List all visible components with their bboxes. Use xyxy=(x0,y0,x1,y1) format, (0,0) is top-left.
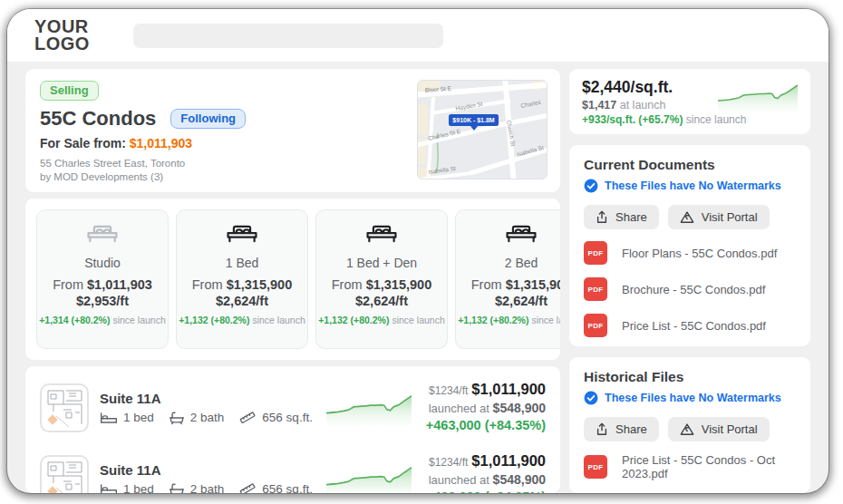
launched-at-label: launched at xyxy=(429,402,489,415)
unit-name: 1 Bed + Den xyxy=(316,256,447,270)
unit-card-1-bed-den[interactable]: 1 Bed + Den From $1,315,900 $2,624/ft +1… xyxy=(315,209,448,349)
unit-name: 2 Bed xyxy=(456,256,560,270)
file-row[interactable]: PDF Price List - 55C Condos.pdf xyxy=(584,309,796,342)
size-spec: 656 sq.ft. xyxy=(238,482,313,493)
suite-launch-price: $548,900 xyxy=(493,401,546,415)
map-thumbnail[interactable]: Bloor St E Hayden St Charles Church St C… xyxy=(417,80,547,179)
file-name: Price List - 55C Condos - Oct 2023.pdf xyxy=(622,453,796,480)
suite-price-sparkline xyxy=(326,390,412,426)
unit-name: 1 Bed xyxy=(177,256,307,270)
visit-portal-button[interactable]: Visit Portal xyxy=(668,205,770,229)
file-list: PDF Floor Plans - 55C Condos.pdf PDF Bro… xyxy=(584,237,796,342)
unit-change: +1,314 (+80.2%) xyxy=(39,315,110,325)
unit-types-panel: Studio From $1,011,903 $2,953/ft +1,314 … xyxy=(25,199,560,360)
following-button[interactable]: Following xyxy=(170,109,246,129)
floor-plan-thumbnail[interactable] xyxy=(40,455,89,494)
search-input[interactable] xyxy=(133,24,443,48)
unit-change: +1,132 (+80.2%) xyxy=(458,315,528,325)
suite-launch-price: $548,900 xyxy=(493,472,546,487)
file-name: Brochure - 55C Condos.pdf xyxy=(622,283,765,296)
pdf-icon: PDF xyxy=(584,277,607,301)
unit-price: $1,315,900 xyxy=(506,277,560,292)
drive-icon xyxy=(680,210,694,224)
floor-plan-thumbnail[interactable] xyxy=(40,383,89,432)
unit-types-row: Studio From $1,011,903 $2,953/ft +1,314 … xyxy=(36,209,549,349)
unit-card-2-bed[interactable]: 2 Bed From $1,315,900 $2,624/ft +1,132 (… xyxy=(455,209,560,349)
file-row[interactable]: PDF Brochure - 55C Condos.pdf xyxy=(584,273,796,305)
historical-files-card: Historical Files These Files have No Wat… xyxy=(569,357,810,493)
unit-card-1-bed[interactable]: 1 Bed From $1,315,900 $2,624/ft +1,132 (… xyxy=(176,209,308,349)
beds-value: 1 bed xyxy=(123,482,154,493)
suite-name: Suite 11A xyxy=(100,462,315,478)
unit-price: $1,011,903 xyxy=(87,277,152,292)
section-title: Historical Files xyxy=(584,369,796,385)
file-name: Floor Plans - 55C Condos.pdf xyxy=(622,247,777,260)
since-launch-label: since launch xyxy=(392,315,444,325)
left-column: Selling 55C Condos Following For Sale fr… xyxy=(25,69,560,493)
visit-portal-label: Visit Portal xyxy=(702,210,758,224)
suite-price-block: $1234/ft$1,011,900 launched at $548,900 … xyxy=(426,452,546,493)
suite-row[interactable]: Suite 11A 1 bed xyxy=(34,372,551,443)
launch-price: $1,417 xyxy=(582,99,616,111)
file-list: PDF Price List - 55C Condos - Oct 2023.p… xyxy=(584,449,796,493)
suite-current-price: $1,011,900 xyxy=(471,452,546,469)
from-label: From xyxy=(53,277,83,292)
size-value: 656 sq.ft. xyxy=(262,411,313,424)
suite-row[interactable]: Suite 11A 1 bed xyxy=(34,443,551,493)
watermark-note: These Files have No Watermarks xyxy=(605,179,781,192)
share-button[interactable]: Share xyxy=(584,205,659,229)
price-change: +933/sq.ft. (+65.7%) xyxy=(582,113,683,126)
ruler-icon xyxy=(238,411,257,424)
bed-icon xyxy=(100,482,118,493)
file-row[interactable]: PDF Floor Plans - 55C Condos.pdf xyxy=(584,237,796,269)
page-title: 55C Condos xyxy=(40,107,156,131)
since-launch-label: since launch xyxy=(252,315,305,325)
unit-change: +1,132 (+80.2%) xyxy=(179,315,249,325)
unit-price-per-ft: $2,624/ft xyxy=(316,294,447,308)
unit-price-per-ft: $2,624/ft xyxy=(456,294,560,308)
top-bar: YOUR LOGO xyxy=(7,9,828,62)
app-window: YOUR LOGO Selling 55C Condos Following F… xyxy=(7,9,828,493)
from-label: From xyxy=(332,277,363,292)
share-icon xyxy=(596,210,608,224)
drive-icon xyxy=(680,422,694,436)
price-summary-card: $2,440/sq.ft. $1,417 at launch +933/sq.f… xyxy=(569,69,810,134)
size-spec: 656 sq.ft. xyxy=(238,411,313,424)
visit-portal-label: Visit Portal xyxy=(702,422,758,436)
unit-change: +1,132 (+80.2%) xyxy=(318,315,389,325)
bed-icon xyxy=(100,411,118,424)
brand-logo: YOUR LOGO xyxy=(34,18,90,53)
suite-info: Suite 11A 1 bed xyxy=(100,391,315,425)
suite-price-change: +463,000 (+84.35%) xyxy=(426,417,546,434)
unit-price: $1,315,900 xyxy=(366,277,432,292)
share-label: Share xyxy=(615,210,647,224)
unit-card-studio[interactable]: Studio From $1,011,903 $2,953/ft +1,314 … xyxy=(36,209,169,349)
pdf-icon: PDF xyxy=(584,314,607,337)
bath-icon xyxy=(169,482,185,494)
suite-name: Suite 11A xyxy=(100,391,315,406)
visit-portal-button[interactable]: Visit Portal xyxy=(668,417,770,441)
bed-icon xyxy=(84,221,121,247)
baths-value: 2 bath xyxy=(190,482,225,493)
sale-from-price: $1,011,903 xyxy=(130,136,192,150)
verified-check-icon xyxy=(584,179,598,193)
beds-value: 1 bed xyxy=(123,411,154,424)
svg-text:$910K - $1.8M: $910K - $1.8M xyxy=(452,117,494,124)
at-launch-label: at launch xyxy=(620,99,666,111)
bath-icon xyxy=(169,411,185,425)
price-sparkline xyxy=(718,80,798,112)
beds-spec: 1 bed xyxy=(100,482,154,493)
launched-at-label: launched at xyxy=(429,473,489,487)
suite-price-change: +463,000 (+84.35%) xyxy=(426,489,546,493)
share-button[interactable]: Share xyxy=(584,417,659,441)
unit-name: Studio xyxy=(37,256,168,270)
map-canvas: Bloor St E Hayden St Charles Church St C… xyxy=(418,81,547,179)
since-launch-label: since launch xyxy=(531,315,560,325)
suite-info: Suite 11A 1 bed xyxy=(100,462,315,494)
file-row[interactable]: PDF xyxy=(584,489,796,493)
unit-price-per-ft: $2,953/ft xyxy=(37,294,168,308)
bed-icon xyxy=(363,221,400,247)
ruler-icon xyxy=(238,482,257,493)
file-row[interactable]: PDF Price List - 55C Condos - Oct 2023.p… xyxy=(584,449,796,485)
status-badge: Selling xyxy=(40,81,99,101)
